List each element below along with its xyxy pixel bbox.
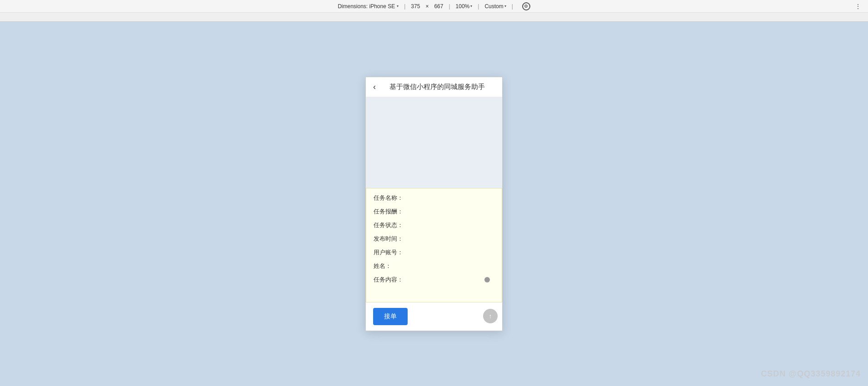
task-name-label: 任务名称： — [374, 194, 405, 202]
watermark: CSDN @QQ3359892174 — [761, 369, 861, 379]
device-selector[interactable]: Dimensions: iPhone SE ▾ — [338, 3, 399, 10]
zoom-selector[interactable]: 100% ▾ — [456, 3, 473, 10]
custom-label: Custom — [484, 3, 503, 10]
zoom-value: 100% — [456, 3, 470, 10]
width-value: 375 — [411, 3, 420, 10]
info-card: 任务名称： 任务报酬： 任务状态： 发布时间： 用户账号： — [366, 188, 502, 302]
toolbar: Dimensions: iPhone SE ▾ | 375 × 667 | 10… — [0, 0, 868, 13]
accept-order-button[interactable]: 接单 — [373, 308, 408, 325]
custom-selector[interactable]: Custom ▾ — [484, 3, 506, 10]
ruler — [0, 13, 868, 22]
phone-body[interactable]: 任务名称： 任务报酬： 任务状态： 发布时间： 用户账号： — [366, 97, 502, 331]
publish-time-label: 发布时间： — [374, 235, 405, 243]
scroll-top-icon: ↑ — [489, 312, 492, 320]
dimension-separator: × — [425, 3, 429, 10]
back-button[interactable]: ‹ — [373, 82, 376, 92]
height-value: 667 — [434, 3, 443, 10]
task-status-row: 任务状态： — [374, 221, 494, 229]
more-options-icon[interactable]: ⋮ — [855, 3, 861, 10]
back-icon: ‹ — [373, 82, 376, 92]
task-status-label: 任务状态： — [374, 221, 405, 229]
phone-frame: ‹ 基于微信小程序的同城服务助手 任务名称： 任务报酬： 任务状态： — [365, 77, 503, 331]
separator3: | — [478, 3, 479, 10]
zoom-dropdown-icon: ▾ — [470, 4, 472, 8]
device-label: Dimensions: iPhone SE — [338, 3, 395, 10]
name-row: 姓名： — [374, 262, 494, 270]
separator4: | — [512, 3, 513, 10]
name-label: 姓名： — [374, 262, 405, 270]
user-account-row: 用户账号： — [374, 248, 494, 257]
custom-dropdown-icon: ▾ — [504, 4, 506, 8]
button-area: 接单 — [366, 302, 502, 331]
publish-time-row: 发布时间： — [374, 235, 494, 243]
task-reward-row: 任务报酬： — [374, 208, 494, 216]
task-name-row: 任务名称： — [374, 194, 494, 202]
phone-header: ‹ 基于微信小程序的同城服务助手 — [366, 77, 502, 97]
page-title: 基于微信小程序的同城服务助手 — [379, 83, 495, 91]
task-content-row: 任务内容： — [374, 276, 494, 284]
task-content-label: 任务内容： — [374, 276, 405, 284]
separator2: | — [449, 3, 450, 10]
scroll-top-button[interactable]: ↑ — [483, 309, 498, 323]
main-content: ‹ 基于微信小程序的同城服务助手 任务名称： 任务报酬： 任务状态： — [0, 22, 868, 386]
user-account-label: 用户账号： — [374, 248, 405, 257]
separator: | — [404, 3, 405, 10]
map-area — [366, 97, 502, 188]
task-reward-label: 任务报酬： — [374, 208, 405, 216]
settings-icon[interactable]: ⚙ — [522, 2, 530, 10]
scroll-indicator — [484, 277, 490, 282]
device-dropdown-icon: ▾ — [397, 4, 399, 8]
